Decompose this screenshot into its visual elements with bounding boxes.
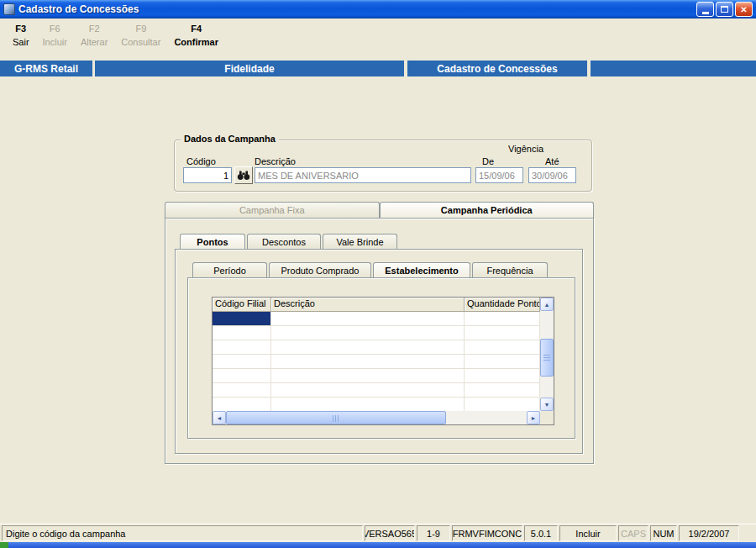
toolbar-button-sair[interactable]: F3 Sair (7, 24, 35, 47)
grid-cell[interactable] (271, 383, 465, 397)
grid-row[interactable] (213, 355, 540, 369)
vertical-scrollbar[interactable]: ▲ ▼ (540, 298, 554, 411)
tab-campanha-fixa[interactable]: Campanha Fixa (165, 202, 380, 218)
grid-header-quantidade-pontos[interactable]: Quantidade Pontos (465, 298, 540, 312)
campanha-tab-strip: Campanha Fixa Campanha Periódica (165, 202, 594, 218)
vertical-scroll-thumb[interactable] (540, 339, 554, 377)
action-label: Alterar (81, 37, 108, 47)
fkey-label: F6 (43, 24, 67, 34)
statusbar: Digite o código da campanha VERSAO565 1-… (0, 524, 756, 542)
horizontal-scrollbar[interactable]: ◄ ► (213, 411, 540, 424)
tab-campanha-periodica[interactable]: Campanha Periódica (380, 202, 595, 218)
app-icon (3, 3, 15, 15)
scrollbar-corner (540, 411, 554, 424)
grid-cell[interactable] (465, 355, 540, 368)
grid-header-codigo-filial[interactable]: Código Filial (213, 298, 271, 312)
tab-periodo[interactable]: Período (192, 262, 267, 277)
titlebar: Cadastro de Concessões ✕ (0, 0, 756, 18)
grid-row[interactable] (213, 383, 540, 398)
breadcrumb-bar: G-RMS Retail Fidelidade Cadastro de Conc… (0, 61, 756, 76)
status-message: Digite o código da campanha (2, 525, 363, 541)
descricao-input[interactable] (255, 167, 471, 183)
module-label: Fidelidade (95, 61, 404, 76)
grid-cell[interactable] (465, 326, 540, 340)
tab-label: Vale Brinde (336, 237, 383, 247)
pontos-panel: Período Produto Comprado Estabelecimento… (175, 249, 583, 454)
grid-cell[interactable] (465, 383, 540, 397)
scroll-right-icon[interactable]: ► (527, 411, 540, 424)
close-button[interactable]: ✕ (735, 2, 753, 17)
window-controls: ✕ (696, 2, 753, 17)
group-title: Dados da Campanha (181, 134, 279, 144)
toolbar-button-confirmar[interactable]: F4 Confirmar (168, 24, 224, 47)
minimize-button[interactable] (696, 2, 714, 17)
scroll-up-icon[interactable]: ▲ (540, 298, 554, 311)
scroll-down-icon[interactable]: ▼ (540, 398, 554, 411)
maximize-button[interactable] (716, 2, 733, 17)
action-label: Consultar (121, 37, 160, 47)
grid-row[interactable] (213, 340, 540, 355)
grid-row[interactable] (213, 312, 540, 326)
vigencia-ate-label: Até (545, 156, 559, 166)
codigo-input[interactable] (183, 167, 232, 183)
tab-pontos[interactable]: Pontos (180, 234, 245, 249)
grid-header-descricao[interactable]: Descrição (271, 298, 465, 312)
grid-cell[interactable] (271, 312, 465, 325)
function-toolbar: F3 Sair F6 Incluir F2 Alterar F9 Consult… (0, 18, 756, 61)
fkey-label: F2 (81, 24, 108, 34)
status-panel-caps: CAPS (618, 525, 648, 541)
tab-label: Estabelecimento (385, 266, 458, 276)
dados-da-campanha-group: Dados da Campanha Código Descrição Vigên… (174, 140, 592, 192)
tab-estabelecimento[interactable]: Estabelecimento (373, 262, 470, 277)
grid-cell[interactable] (271, 355, 465, 368)
grid-cell[interactable] (271, 340, 465, 354)
grid-row[interactable] (213, 369, 540, 383)
vigencia-de-input[interactable] (475, 167, 523, 183)
grid-cell[interactable] (465, 398, 540, 411)
grid-row[interactable] (213, 398, 540, 411)
search-button[interactable] (234, 166, 253, 184)
grid-cell[interactable] (271, 398, 465, 411)
window-title: Cadastro de Concessões (18, 3, 139, 15)
codigo-label: Código (186, 156, 216, 166)
brand-label: G-RMS Retail (0, 61, 92, 76)
windows-taskbar-edge (0, 542, 756, 548)
grid-cell[interactable] (271, 326, 465, 340)
vertical-scroll-track[interactable] (540, 311, 554, 398)
grid-cell[interactable] (213, 369, 271, 382)
tab-produto-comprado[interactable]: Produto Comprado (269, 262, 371, 277)
grid-cell[interactable] (213, 398, 271, 411)
toolbar-button-consultar[interactable]: F9 Consultar (115, 24, 166, 47)
tab-frequencia[interactable]: Frequência (472, 262, 548, 277)
grid-cell-selected[interactable] (213, 312, 271, 325)
toolbar-button-alterar[interactable]: F2 Alterar (75, 24, 113, 47)
campanha-tab-control: Campanha Fixa Campanha Periódica Pontos … (165, 202, 594, 464)
start-button-edge[interactable] (0, 542, 8, 548)
screen-title-label: Cadastro de Concessões (407, 61, 587, 76)
grid-cell[interactable] (213, 326, 271, 340)
horizontal-scroll-track[interactable] (226, 411, 527, 424)
action-label: Confirmar (174, 37, 218, 47)
tab-label: Pontos (197, 237, 228, 247)
grid-cell[interactable] (213, 383, 271, 397)
grid-cell[interactable] (271, 369, 465, 382)
status-panel-form-name: FRMVFIMCONC (452, 525, 522, 541)
grid-cell[interactable] (465, 369, 540, 382)
grid-cell[interactable] (213, 355, 271, 368)
scroll-left-icon[interactable]: ◄ (213, 411, 226, 424)
grid-cell[interactable] (465, 312, 540, 325)
toolbar-button-incluir[interactable]: F6 Incluir (37, 24, 73, 47)
status-panel-versao: VERSAO565 (365, 525, 415, 541)
tab-descontos[interactable]: Descontos (247, 234, 321, 249)
tab-label: Produto Comprado (281, 266, 360, 276)
vigencia-de-label: De (482, 156, 494, 166)
grid-cell[interactable] (213, 340, 271, 354)
statusbar-spacer (741, 525, 754, 541)
vigencia-label: Vigência (475, 144, 576, 154)
grid-cell[interactable] (465, 340, 540, 354)
vigencia-ate-input[interactable] (528, 167, 576, 183)
tab-label: Campanha Periódica (441, 205, 533, 215)
tab-vale-brinde[interactable]: Vale Brinde (323, 234, 397, 249)
horizontal-scroll-thumb[interactable] (226, 411, 446, 424)
grid-row[interactable] (213, 326, 540, 340)
